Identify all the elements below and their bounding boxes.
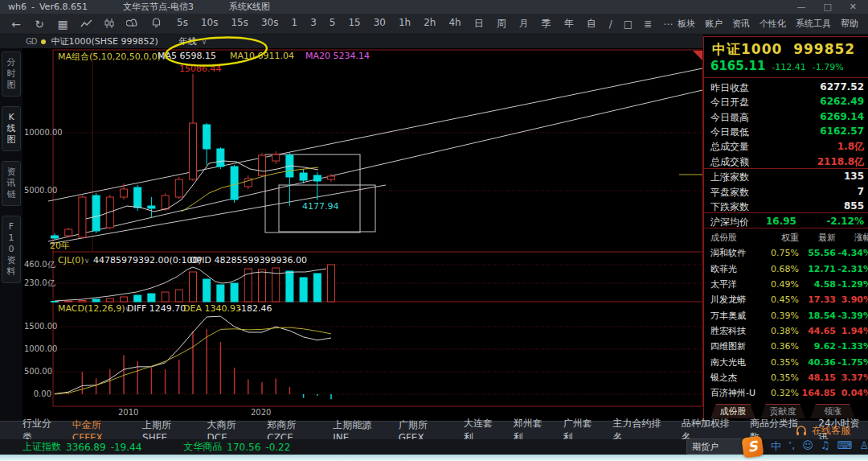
bell-icon[interactable] [149, 18, 162, 31]
ime-icon-5[interactable]: ♙ [859, 439, 868, 454]
constituent-row-川发龙蟒[interactable]: 川发龙蟒0.45%17.333.90% [704, 292, 868, 307]
stock-price: 164.85 [799, 388, 836, 398]
period-button-周[interactable]: 周 [497, 17, 506, 31]
period-button-30[interactable]: 30 [374, 17, 386, 31]
trendline-0[interactable] [48, 68, 702, 201]
chart-area[interactable]: MA组合(5,10,20,50,0,0)∨ MA5 6598.15 MA10 6… [23, 48, 703, 421]
stock-name: 川发龙蟒 [710, 294, 764, 306]
draw-tool-3[interactable]: ⋯ [663, 19, 673, 30]
period-button-15[interactable]: 15 [348, 17, 360, 31]
ma-settings-label[interactable]: MA组合(5,10,20,50,0,0)∨ [58, 51, 166, 63]
volume-bar-2009 [106, 298, 113, 302]
constituent-row-万丰奥威[interactable]: 万丰奥威0.39%18.54-3.39% [704, 307, 868, 323]
candle-body-2021 [272, 154, 280, 161]
quote-board-icon[interactable]: ▦ [56, 18, 69, 31]
menu-个性化[interactable]: 个性化 [760, 18, 786, 30]
sidebar-tab-K线图[interactable]: K线图 [2, 106, 21, 151]
line-chart-icon[interactable] [80, 18, 92, 31]
period-button-4h[interactable]: 4h [448, 17, 461, 31]
menu-帮助[interactable]: 帮助 [841, 18, 858, 30]
top-menus: 板块账户资讯个性化系统工具帮助 [678, 18, 868, 30]
constituent-row-银之杰[interactable]: 银之杰0.35%48.153.37% [704, 370, 868, 385]
ime-icon-1[interactable]: ’, [788, 439, 795, 454]
ime-icon-2[interactable]: ☺ [802, 439, 813, 454]
constituents-header: 成份股权重最新涨幅 [704, 230, 868, 245]
sidebar-tab-F10资料[interactable]: F10资料 [2, 216, 21, 283]
period-button-30s[interactable]: 30s [261, 17, 279, 31]
period-button-年[interactable]: 年 [564, 17, 574, 31]
constituent-row-润和软件[interactable]: 润和软件0.75%55.56-4.34% [704, 245, 868, 261]
period-button-月[interactable]: 月 [519, 17, 529, 31]
quote-row: 今日开盘6262.49 [704, 96, 868, 109]
period-button-15s[interactable]: 15s [231, 17, 248, 31]
candlestick-icon[interactable] [103, 18, 116, 31]
macd-settings-label[interactable]: MACD(12,26,9)∨ [58, 303, 130, 314]
close-button[interactable]: ✕ [850, 2, 857, 12]
avg-price-row: 沪深均价 16.95 -2.12% [704, 216, 868, 228]
ime-icons: 中’,☺♫⌨♙⊞ [771, 439, 868, 454]
maximize-button[interactable]: □ [823, 2, 831, 12]
constituent-row-太平洋[interactable]: 太平洋0.49%4.58-1.29% [704, 277, 868, 292]
trendline-2[interactable] [50, 185, 386, 244]
period-button-5[interactable]: 5 [330, 17, 336, 31]
macd-value: -182.46 [238, 303, 272, 314]
period-selector[interactable]: 年线 [179, 35, 197, 47]
sidebar-tab-分时图[interactable]: 分时图 [2, 51, 21, 97]
period-button-2h[interactable]: 2h [424, 17, 436, 31]
chevron-down-icon[interactable]: ∨ [202, 38, 207, 46]
constituent-row-南大光电[interactable]: 南大光电0.35%40.36-1.75% [704, 354, 868, 369]
period-button-1[interactable]: 1 [291, 17, 297, 31]
menu-板块[interactable]: 板块 [678, 18, 695, 30]
stock-pct: 1.94% [836, 326, 868, 336]
link-icon[interactable]: GD [26, 37, 36, 46]
sidebar-tab-资讯链[interactable]: 资讯链 [2, 161, 21, 206]
contract-tab-label[interactable]: 中证1000(SHSE 999852) [51, 35, 158, 47]
sse-index-label[interactable]: 上证指数 [23, 440, 61, 454]
ma20-value: MA20 5234.14 [305, 51, 370, 61]
sogou-logo-icon[interactable]: S [741, 435, 764, 458]
constituent-row-胜宏科技[interactable]: 胜宏科技0.38%44.651.94% [704, 323, 868, 339]
quote-row: 总成交量1.8亿 [704, 140, 868, 153]
volume-bar-2020 [259, 270, 266, 302]
quote-panel: 中证1000 999852 6165.11 -112.41 -1.79% 昨日收… [703, 36, 868, 421]
period-button-季[interactable]: 季 [542, 17, 551, 31]
back-icon[interactable]: ← [10, 18, 23, 31]
cjl-settings-label[interactable]: CJL(0)∨ [58, 255, 89, 265]
y-label-macd-1000.00: 1000.00 [24, 344, 51, 353]
ma10-value: MA10 6911.04 [230, 51, 294, 61]
ime-text-box[interactable]: 期货户 [686, 438, 749, 455]
menu-资讯[interactable]: 资讯 [732, 18, 750, 30]
draw-tool-2[interactable]: ≣ [644, 19, 652, 30]
menu-系统工具[interactable]: 系统工具 [796, 18, 831, 30]
candle-body-2005 [51, 236, 59, 238]
minimize-button[interactable]: — [796, 2, 805, 12]
period-button-自[interactable]: 自 [587, 17, 596, 31]
quote-row-label: 今日开盘 [710, 96, 749, 109]
ime-icon-0[interactable]: 中 [771, 439, 781, 454]
constituent-row-百济神州-U[interactable]: 百济神州-U0.32%164.850.04% [704, 385, 868, 401]
period-button-1h[interactable]: 1h [399, 17, 411, 31]
period-button-10s[interactable]: 10s [201, 17, 219, 31]
stock-pct: -4.34% [836, 248, 868, 258]
stock-name: 四维图新 [710, 340, 764, 352]
ime-icon-3[interactable]: ♫ [821, 439, 830, 454]
period-button-3[interactable]: 3 [310, 17, 317, 31]
kline-svg[interactable] [23, 48, 703, 421]
contract-tab-row: GD 中证1000(SHSE 999852) 年线 ∨ [0, 35, 703, 48]
ime-icon-4[interactable]: ⌨ [837, 439, 852, 454]
drawn-rect-0[interactable] [265, 154, 360, 233]
stock-pct: 3.90% [836, 294, 868, 305]
draw-tool-0[interactable]: / [609, 19, 612, 30]
draw-tool-1[interactable]: □ [624, 19, 633, 30]
refresh-icon[interactable]: ↻ [33, 18, 46, 31]
period-button-日[interactable]: 日 [474, 17, 484, 31]
constituent-row-四维图新[interactable]: 四维图新0.36%9.62-1.33% [704, 339, 868, 354]
constituent-row-欧菲光[interactable]: 欧菲光0.68%12.71-2.31% [704, 261, 868, 277]
wenhua-commodity-label[interactable]: 文华商品 [183, 440, 222, 454]
y-label-macd-0.00: 0.00 [24, 389, 51, 398]
candle-body-2015 [190, 123, 197, 179]
cloud-icon[interactable] [126, 18, 139, 31]
menu-账户[interactable]: 账户 [705, 18, 723, 30]
ma5-value: MA5 6598.15 [158, 51, 216, 61]
period-button-5s[interactable]: 5s [177, 17, 188, 31]
